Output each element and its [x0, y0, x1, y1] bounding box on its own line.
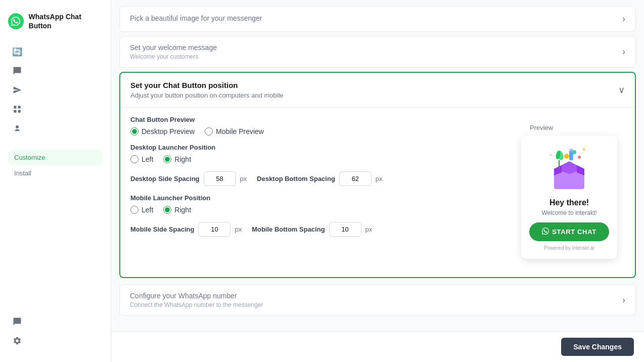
customize-section: Customize Install: [0, 142, 111, 183]
install-label: Install: [14, 169, 31, 177]
mobile-bottom-spacing-group: Mobile Bottom Spacing px: [252, 222, 372, 237]
mobile-preview-radio-item[interactable]: Mobile Preview: [205, 127, 264, 135]
settings-panel: Chat Button Preview Desktop Preview Mobi…: [130, 116, 514, 267]
desktop-right-radio-item[interactable]: Right: [163, 155, 191, 163]
desktop-preview-radio-item[interactable]: Desktop Preview: [130, 127, 195, 135]
sidebar-item-home[interactable]: 🔄: [6, 42, 105, 61]
svg-point-6: [578, 156, 581, 159]
sidebar-item-user[interactable]: [6, 119, 105, 138]
mobile-preview-radio[interactable]: [205, 127, 213, 135]
position-section-body: Chat Button Preview Desktop Preview Mobi…: [120, 107, 635, 277]
desktop-side-spacing-group: Desktop Side Spacing px: [130, 171, 247, 186]
customize-label: Customize: [14, 154, 45, 161]
sidebar-item-install[interactable]: Install: [8, 165, 103, 181]
desktop-left-radio[interactable]: [130, 155, 139, 163]
desktop-right-radio[interactable]: [163, 155, 171, 163]
preview-illustration: ✦ ✦: [529, 144, 609, 194]
welcome-section-card: Set your welcome message Welcome your cu…: [119, 36, 636, 68]
save-changes-button[interactable]: Save Changes: [561, 338, 634, 356]
mobile-side-spacing-group: Mobile Side Spacing px: [130, 222, 242, 237]
configure-section-card: Configure your WhatsApp number Connect t…: [119, 284, 636, 316]
desktop-side-spacing-unit: px: [240, 175, 247, 183]
preview-hey-text: Hey there!: [529, 198, 609, 207]
sidebar-item-chat-bubble[interactable]: [6, 62, 105, 80]
configure-section-title: Configure your WhatsApp number: [130, 292, 263, 300]
mobile-bottom-spacing-label: Mobile Bottom Spacing: [252, 225, 325, 233]
position-section-header[interactable]: Set your Chat Button position Adjust you…: [120, 73, 635, 107]
svg-point-4: [564, 154, 569, 159]
chat-button-preview-label: Chat Button Preview: [130, 116, 514, 123]
desktop-bottom-spacing-group: Desktop Bottom Spacing px: [257, 171, 382, 186]
sidebar-item-send[interactable]: [6, 81, 105, 99]
chat-bubble-icon: [12, 66, 22, 76]
sidebar-title: WhatsApp Chat Button: [29, 12, 103, 30]
sidebar-item-settings[interactable]: [6, 332, 105, 350]
desktop-preview-radio[interactable]: [130, 127, 139, 135]
start-chat-button[interactable]: START CHAT: [529, 222, 609, 241]
svg-rect-7: [569, 150, 573, 160]
mobile-right-radio-item[interactable]: Right: [163, 206, 191, 214]
mobile-spacing-row: Mobile Side Spacing px Mobile Bottom Spa…: [130, 222, 514, 237]
mobile-left-label: Left: [142, 206, 153, 214]
desktop-side-spacing-input[interactable]: [204, 171, 236, 186]
welcome-section-header-left: Set your welcome message Welcome your cu…: [130, 43, 217, 60]
welcome-section-title: Set your welcome message: [130, 43, 217, 52]
image-section-title: Pick a beautiful image for your messenge…: [130, 14, 262, 22]
mobile-side-spacing-input[interactable]: [198, 222, 231, 237]
image-section-header[interactable]: Pick a beautiful image for your messenge…: [120, 7, 635, 31]
image-section-header-left: Pick a beautiful image for your messenge…: [130, 14, 262, 24]
desktop-left-radio-item[interactable]: Left: [130, 155, 153, 163]
sidebar-bottom: [0, 308, 111, 354]
configure-section-chevron: ›: [622, 295, 625, 305]
mobile-launcher-label: Mobile Launcher Position: [130, 194, 514, 202]
main-content: Pick a beautiful image for your messenge…: [111, 0, 644, 362]
whatsapp-chat-icon: [542, 228, 549, 236]
configure-section-header[interactable]: Configure your WhatsApp number Connect t…: [120, 285, 635, 315]
position-section-title: Set your Chat Button position: [130, 81, 284, 89]
preview-radio-group: Desktop Preview Mobile Preview: [130, 127, 514, 135]
user-icon: [12, 123, 22, 133]
sidebar-logo-area: WhatsApp Chat Button: [0, 8, 111, 38]
mobile-side-spacing-label: Mobile Side Spacing: [130, 225, 194, 233]
desktop-left-label: Left: [142, 155, 153, 163]
svg-text:✦: ✦: [549, 153, 553, 157]
send-icon: [12, 85, 22, 95]
powered-by-text: Powered by Interakt.ai: [529, 245, 609, 251]
image-section-card: Pick a beautiful image for your messenge…: [119, 6, 636, 32]
grid-icon: [12, 104, 22, 114]
mobile-right-radio[interactable]: [163, 206, 171, 214]
position-section-chevron: ∨: [618, 84, 625, 96]
position-section-subtitle: Adjust your button position on computers…: [130, 92, 284, 99]
mobile-launcher-group: Mobile Launcher Position Left Right: [130, 194, 514, 214]
preview-widget: ✦ ✦ Hey there! Welcome to interakt! ST: [521, 135, 617, 259]
mobile-preview-label: Mobile Preview: [216, 127, 264, 135]
sidebar-navigation: 🔄: [0, 38, 111, 142]
desktop-right-label: Right: [174, 155, 191, 163]
configure-section-subtitle: Connect the WhatsApp number to the messe…: [130, 301, 263, 308]
whatsapp-logo-icon: [8, 13, 24, 29]
sidebar-item-grid[interactable]: [6, 100, 105, 118]
image-section-chevron: ›: [622, 14, 625, 24]
desktop-side-spacing-label: Desktop Side Spacing: [130, 175, 200, 183]
sidebar-item-customize[interactable]: Customize: [8, 150, 103, 165]
mobile-side-spacing-unit: px: [235, 225, 242, 233]
settings-icon: [12, 336, 22, 346]
sidebar-item-chat-support[interactable]: [6, 312, 105, 331]
desktop-launcher-radio-group: Left Right: [130, 155, 514, 163]
desktop-launcher-group: Desktop Launcher Position Left Right: [130, 144, 514, 163]
mobile-bottom-spacing-input[interactable]: [329, 222, 361, 237]
start-chat-label: START CHAT: [552, 228, 596, 236]
sidebar: WhatsApp Chat Button 🔄 Cus: [0, 0, 111, 362]
mobile-bottom-spacing-unit: px: [365, 225, 373, 233]
content-area: Pick a beautiful image for your messenge…: [111, 0, 644, 362]
preview-welcome-text: Welcome to interakt!: [529, 209, 609, 216]
mobile-launcher-radio-group: Left Right: [130, 206, 514, 214]
mobile-left-radio[interactable]: [130, 206, 139, 214]
preview-panel: Preview: [514, 116, 625, 267]
welcome-section-header[interactable]: Set your welcome message Welcome your cu…: [120, 36, 635, 67]
desktop-bottom-spacing-input[interactable]: [339, 171, 372, 186]
welcome-section-subtitle: Welcome your customers: [130, 53, 217, 60]
position-section-header-left: Set your Chat Button position Adjust you…: [130, 81, 284, 99]
configure-section-header-left: Configure your WhatsApp number Connect t…: [130, 292, 263, 308]
mobile-left-radio-item[interactable]: Left: [130, 206, 153, 214]
